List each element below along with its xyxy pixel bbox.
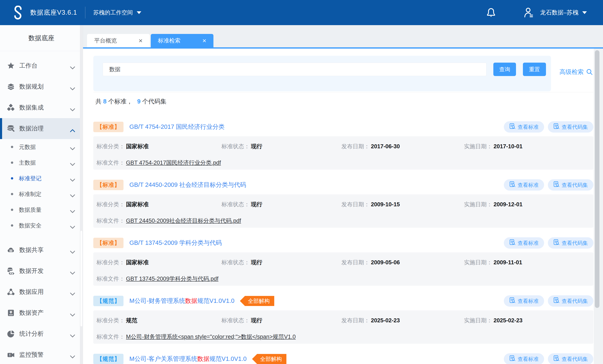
result-title-link[interactable]: GB/T 4754-2017 国民经济行业分类 [129, 123, 225, 131]
standards-count: 8 [102, 98, 108, 105]
sidebar-scrollbar-thumb[interactable] [80, 230, 83, 327]
close-icon[interactable]: × [139, 37, 143, 44]
sidebar-item-工作台[interactable]: 工作台 [0, 55, 83, 76]
sidebar-subitem-label: 元数据 [19, 143, 36, 151]
view-standard-button[interactable]: 查看标准 [504, 353, 544, 364]
svg-text:!: ! [9, 353, 11, 357]
publish-date-value: 2009-10-15 [371, 201, 400, 208]
file-link[interactable]: GBT 13745-2009学科分类与代码.pdf [126, 276, 219, 282]
chevron-down-icon[interactable] [70, 248, 75, 252]
sidebar-subitem-数据质量[interactable]: 数据质量 [0, 202, 83, 218]
result-header-row: 【规范】M公司-客户关系管理系统数据规范V1.0V1.0全部解构查看标准查看代码… [93, 354, 593, 364]
advanced-search-label: 高级检索 [559, 68, 584, 76]
chevron-down-icon[interactable] [70, 269, 75, 273]
view-standard-button[interactable]: 查看标准 [504, 179, 544, 191]
sidebar-item-统计分析[interactable]: 统计分析 [0, 323, 83, 344]
reset-button[interactable]: 重置 [523, 63, 546, 76]
cubes-icon [7, 104, 15, 111]
workspace-selector[interactable]: 苏槐的工作空间 [93, 9, 141, 16]
publish-date-field: 发布日期：2009-05-06 [341, 259, 400, 266]
view-codeset-button[interactable]: 查看代码集 [548, 295, 593, 307]
scrollbar-thumb[interactable] [595, 50, 599, 308]
view-codeset-button[interactable]: 查看代码集 [548, 353, 593, 364]
sidebar-scrollbar-track [80, 25, 83, 364]
chevron-down-icon[interactable] [70, 145, 75, 149]
bell-icon[interactable] [486, 7, 496, 18]
sidebar-menu: 工作台数据规划数据集成数据治理元数据主数据标准登记标准制定数据质量数据安全数据共… [0, 51, 83, 364]
chevron-down-icon[interactable] [70, 192, 75, 196]
result-title-link[interactable]: M公司-财务管理系统数据规范V1.0V1.0 [129, 297, 234, 305]
chevron-down-icon[interactable] [70, 85, 75, 88]
dev-db-icon [7, 267, 15, 275]
pill-label: 查看代码集 [562, 240, 588, 246]
result-item: 【规范】M公司-客户关系管理系统数据规范V1.0V1.0全部解构查看标准查看代码… [93, 344, 593, 364]
implement-date-label: 实施日期： [464, 259, 492, 265]
category-value: 规范 [126, 317, 137, 324]
chevron-down-icon[interactable] [70, 332, 75, 335]
chevron-down-icon[interactable] [70, 106, 75, 109]
chevron-down-icon[interactable] [70, 353, 75, 356]
view-codeset-button[interactable]: 查看代码集 [548, 179, 593, 191]
result-actions: 查看标准查看代码集 [504, 179, 593, 191]
sidebar-item-监控预警[interactable]: !监控预警 [0, 344, 83, 364]
chevron-down-icon[interactable] [70, 177, 75, 180]
sidebar-item-数据应用[interactable]: 数据应用 [0, 281, 83, 302]
chevron-down-icon[interactable] [70, 311, 75, 315]
result-detail-box: 标准分类：规范标准状态：现行发布日期：2025-02-23实施日期：2025-0… [93, 310, 593, 344]
main-area: 平台概览 × 标准检索 × 查询 重置 高级检索 共8个标准，9个代码集 【标准… [83, 25, 603, 364]
sidebar-subitem-标准制定[interactable]: 标准制定 [0, 186, 83, 202]
file-field: 标准文件：M公司-财务管理系统<span style="color:red;">… [96, 333, 296, 341]
user-icon[interactable] [523, 7, 533, 18]
search-input[interactable] [103, 63, 487, 76]
status-field: 标准状态：现行 [221, 201, 262, 208]
sidebar-subitem-数据安全[interactable]: 数据安全 [0, 218, 83, 233]
view-standard-button[interactable]: 查看标准 [504, 121, 544, 132]
svg-text:¥: ¥ [10, 310, 12, 314]
title-text: M公司-客户关系管理系统 [129, 355, 197, 362]
doc-search-icon [509, 239, 516, 247]
chevron-down-icon[interactable] [70, 224, 75, 227]
sidebar-item-数据规划[interactable]: 数据规划 [0, 76, 83, 97]
query-button[interactable]: 查询 [493, 63, 516, 76]
tab-platform-overview[interactable]: 平台概览 × [87, 34, 150, 47]
sidebar-item-数据资产[interactable]: ¥数据资产 [0, 302, 83, 323]
result-title-link[interactable]: M公司-客户关系管理系统数据规范V1.0V1.0 [129, 355, 247, 363]
view-standard-button[interactable]: 查看标准 [504, 237, 544, 249]
result-title-link[interactable]: GB/T 24450-2009 社会经济目标分类与代码 [129, 181, 246, 189]
sidebar-item-数据共享[interactable]: 数据共享 [0, 240, 83, 261]
chevron-down-icon[interactable] [70, 290, 75, 294]
view-codeset-button[interactable]: 查看代码集 [548, 121, 593, 132]
chevron-down-icon[interactable] [70, 64, 75, 67]
sidebar-subitem-标准登记[interactable]: 标准登记 [0, 170, 83, 186]
file-label: 标准文件： [96, 276, 125, 282]
tab-standard-search[interactable]: 标准检索 × [151, 34, 213, 47]
file-link[interactable]: GBT 24450-2009社会经济目标分类与代码.pdf [126, 218, 241, 224]
file-link[interactable]: M公司-财务管理系统<span style="color:red;">数据</s… [126, 334, 296, 340]
sidebar-item-数据集成[interactable]: 数据集成 [0, 97, 83, 118]
view-codeset-button[interactable]: 查看代码集 [548, 237, 593, 249]
result-title-link[interactable]: GB/T 13745-2009 学科分类与代码 [129, 239, 222, 247]
title-text: M公司-财务管理系统 [129, 298, 185, 304]
deconstructed-badge: 全部解构 [252, 354, 286, 364]
user-name[interactable]: 龙石数据–苏槐 [540, 9, 579, 17]
close-icon[interactable]: × [202, 37, 206, 44]
category-field: 标准分类：国家标准 [96, 201, 149, 208]
file-link[interactable]: GBT 4754-2017国民经济行业分类.pdf [126, 160, 221, 166]
view-standard-button[interactable]: 查看标准 [504, 295, 544, 307]
chevron-up-icon[interactable] [70, 127, 75, 130]
chevron-down-icon[interactable] [70, 161, 75, 165]
content: 查询 重置 高级检索 共8个标准，9个代码集 【标准】GB/T 4754-201… [83, 49, 603, 364]
sidebar-item-数据治理[interactable]: 数据治理 [0, 118, 83, 139]
sidebar-subitem-主数据[interactable]: 主数据 [0, 155, 83, 170]
category-field: 标准分类：规范 [96, 317, 137, 324]
type-badge: 【规范】 [93, 296, 124, 306]
chevron-down-icon[interactable] [70, 208, 75, 211]
sidebar-subitem-元数据[interactable]: 元数据 [0, 139, 83, 155]
sidebar-item-数据开发[interactable]: 数据开发 [0, 261, 83, 281]
publish-date-value: 2009-05-06 [371, 259, 400, 265]
doc-search-icon [509, 297, 516, 305]
result-header-row: 【标准】GB/T 13745-2009 学科分类与代码查看标准查看代码集 [93, 238, 593, 248]
pill-label: 查看标准 [518, 240, 539, 246]
advanced-search-link[interactable]: 高级检索 [559, 68, 593, 76]
governance-icon [7, 125, 15, 132]
